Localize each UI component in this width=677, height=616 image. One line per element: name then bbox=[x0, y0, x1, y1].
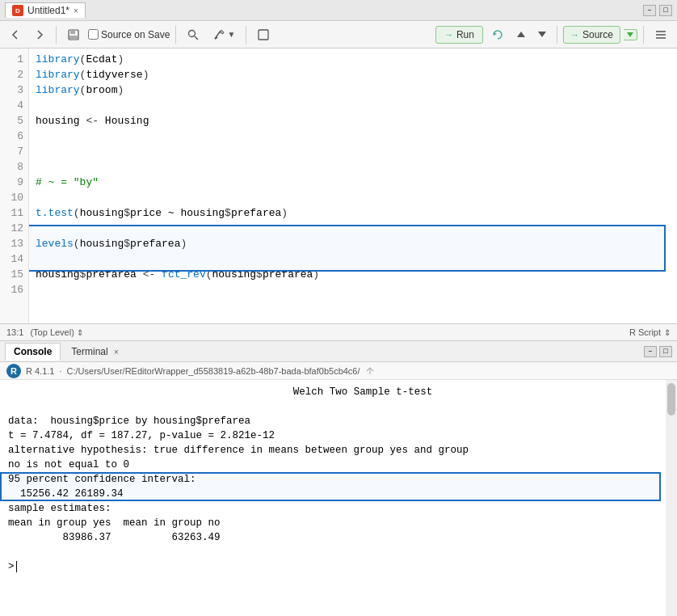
source-dropdown-button[interactable] bbox=[624, 29, 637, 40]
up-arrow-icon bbox=[517, 32, 525, 37]
down-arrow-button[interactable] bbox=[533, 29, 551, 40]
editor-area: 1 2 3 4 5 6 7 8 9 10 11 12 13 14 15 16 l… bbox=[0, 49, 677, 323]
save-icon bbox=[67, 28, 80, 41]
editor-tab[interactable]: D Untitled1* × bbox=[5, 2, 86, 18]
line-num: 1 bbox=[6, 52, 23, 67]
console-group-values: 83986.37 63263.49 bbox=[8, 530, 669, 545]
line-num: 16 bbox=[6, 282, 23, 297]
code-line-3: library(broom) bbox=[36, 82, 671, 98]
console-blank-2 bbox=[8, 545, 669, 559]
window-maximize-button[interactable]: □ bbox=[659, 5, 672, 16]
line-numbers: 1 2 3 4 5 6 7 8 9 10 11 12 13 14 15 16 bbox=[0, 49, 29, 323]
menu-button[interactable] bbox=[650, 27, 672, 43]
sep4 bbox=[557, 26, 557, 44]
tools-chevron: ▼ bbox=[227, 30, 235, 39]
tools-icon bbox=[212, 28, 225, 41]
console-path: C:/Users/User/REditorWrapper_d5583819-a6… bbox=[67, 366, 360, 376]
svg-rect-2 bbox=[69, 36, 78, 40]
save-button[interactable] bbox=[62, 26, 85, 44]
scrollbar-thumb[interactable] bbox=[667, 383, 675, 416]
rerun-icon bbox=[491, 28, 504, 41]
script-type-area: R Script ⇕ bbox=[629, 327, 671, 337]
terminal-tab-label: Terminal bbox=[71, 346, 107, 357]
panel-maximize-button[interactable]: □ bbox=[659, 346, 672, 357]
run-arrow-icon: → bbox=[444, 30, 453, 40]
source-on-save-label[interactable]: Source on Save bbox=[88, 29, 170, 40]
console-alt-line2: no is not equal to 0 bbox=[8, 458, 669, 472]
svg-line-4 bbox=[195, 36, 198, 40]
source-on-save-checkbox[interactable] bbox=[88, 29, 99, 40]
code-line-6 bbox=[36, 129, 671, 144]
back-button[interactable] bbox=[5, 27, 26, 43]
code-line-9: # ~ = "by" bbox=[36, 175, 671, 190]
source-button[interactable]: → Source bbox=[563, 26, 620, 44]
down-arrow-icon bbox=[538, 32, 546, 37]
line-num: 12 bbox=[6, 221, 23, 236]
terminal-tab[interactable]: Terminal × bbox=[62, 343, 128, 360]
sep2 bbox=[175, 26, 176, 44]
code-line-14 bbox=[36, 251, 671, 267]
code-level: (Top Level) ⇕ bbox=[30, 327, 82, 337]
tools-button[interactable]: ▼ bbox=[208, 26, 240, 44]
console-sample-label: sample estimates: bbox=[8, 501, 669, 516]
script-type-chevron-icon: ⇕ bbox=[664, 328, 671, 337]
svg-point-3 bbox=[189, 30, 196, 36]
panel-tabs: Console Terminal × – □ bbox=[0, 341, 677, 362]
code-line-5: housing <- Housing bbox=[36, 113, 671, 129]
code-editor[interactable]: library(Ecdat) library(tidyverse) librar… bbox=[29, 49, 677, 323]
line-num: 2 bbox=[6, 67, 23, 82]
line-num: 4 bbox=[6, 98, 23, 113]
console-output[interactable]: Welch Two Sample t-test data: housing$pr… bbox=[0, 380, 677, 616]
terminal-tab-close-button[interactable]: × bbox=[114, 348, 119, 357]
code-line-2: library(tidyverse) bbox=[36, 67, 671, 82]
editor-toolbar: Source on Save ▼ → Run bbox=[0, 21, 677, 49]
up-arrow-button[interactable] bbox=[512, 29, 530, 40]
console-path-bar: R R 4.1.1 · C:/Users/User/REditorWrapper… bbox=[0, 362, 677, 380]
editor-content[interactable]: 1 2 3 4 5 6 7 8 9 10 11 12 13 14 15 16 l… bbox=[0, 49, 677, 323]
svg-rect-7 bbox=[259, 30, 268, 40]
status-bar: 13:1 (Top Level) ⇕ R Script ⇕ bbox=[0, 323, 677, 341]
line-num: 7 bbox=[6, 144, 23, 159]
layout-button[interactable] bbox=[252, 26, 275, 44]
line-num: 13 bbox=[6, 236, 23, 251]
tab-label: Untitled1* bbox=[27, 5, 69, 16]
svg-marker-8 bbox=[494, 32, 497, 36]
search-button[interactable] bbox=[182, 26, 204, 44]
title-bar: D Untitled1* × – □ bbox=[0, 0, 677, 21]
console-ci-values: 15256.42 26189.34 bbox=[8, 487, 669, 501]
console-group-header: mean in group yes mean in group no bbox=[8, 516, 669, 530]
rerun-button[interactable] bbox=[486, 26, 509, 44]
window-minimize-button[interactable]: – bbox=[643, 5, 656, 16]
tab-close-button[interactable]: × bbox=[74, 6, 78, 15]
panel-controls: – □ bbox=[644, 346, 672, 357]
script-type-label: R Script bbox=[629, 327, 661, 337]
r-version: R 4.1.1 bbox=[26, 366, 54, 376]
console-alt-line: alternative hypothesis: true difference … bbox=[8, 443, 669, 458]
sep3 bbox=[246, 26, 246, 44]
level-text: (Top Level) bbox=[30, 327, 74, 337]
panel-area: Console Terminal × – □ R R 4.1.1 · C:/Us… bbox=[0, 341, 677, 616]
forward-button[interactable] bbox=[29, 27, 50, 43]
code-line-1: library(Ecdat) bbox=[36, 52, 671, 67]
prompt-symbol: > bbox=[8, 559, 15, 574]
line-num: 10 bbox=[6, 190, 23, 205]
console-title-line: Welch Two Sample t-test bbox=[8, 385, 669, 399]
console-tab[interactable]: Console bbox=[5, 343, 61, 361]
console-blank-1 bbox=[8, 399, 669, 414]
cursor-position: 13:1 bbox=[6, 327, 23, 337]
prompt-cursor[interactable] bbox=[16, 561, 17, 572]
console-prompt[interactable]: > bbox=[8, 559, 669, 574]
line-num: 5 bbox=[6, 113, 23, 129]
line-num: 14 bbox=[6, 251, 23, 267]
scrollbar-track[interactable] bbox=[666, 380, 677, 616]
run-button[interactable]: → Run bbox=[435, 26, 483, 44]
code-line-8 bbox=[36, 159, 671, 175]
code-line-11: t.test(housing$price ~ housing$prefarea) bbox=[36, 205, 671, 221]
menu-icon bbox=[654, 29, 667, 40]
code-line-4 bbox=[36, 98, 671, 113]
panel-minimize-button[interactable]: – bbox=[644, 346, 657, 357]
line-num: 8 bbox=[6, 159, 23, 175]
source-arrow-icon: → bbox=[570, 30, 579, 40]
forward-icon bbox=[34, 29, 45, 40]
line-num: 11 bbox=[6, 205, 23, 221]
